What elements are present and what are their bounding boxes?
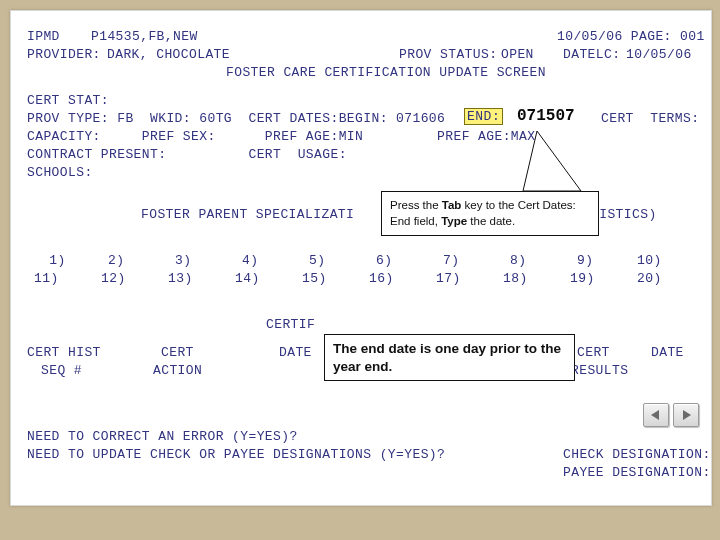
cert-terms: CERT TERMS: [601,111,699,126]
opt-16: 16) [369,271,394,286]
opt-19: 19) [570,271,595,286]
contract-line: CONTRACT PRESENT: CERT USAGE: [27,147,347,162]
h-date: DATE [279,345,312,360]
opt-11: 11) [34,271,59,286]
q-update-check: NEED TO UPDATE CHECK OR PAYEE DESIGNATIO… [27,447,445,462]
end-label-highlight: END: [464,108,503,125]
cert-stat: CERT STAT: [27,93,109,108]
opt-15: 15) [302,271,327,286]
slide-stage: IPMD P14535,FB,NEW 10/05/06 PAGE: 001 PR… [0,0,720,540]
check-desig: CHECK DESIGNATION: [563,447,711,462]
callout-text3: the date. [467,215,515,227]
program-code: IPMD [27,29,60,44]
opt-4: 4) [242,253,258,268]
h-action: ACTION [153,363,202,378]
opt-6: 6) [376,253,392,268]
h-results: RESULTS [571,363,628,378]
terminal-panel: IPMD P14535,FB,NEW 10/05/06 PAGE: 001 PR… [10,10,712,506]
screen-title: FOSTER CARE CERTIFICATION UPDATE SCREEN [226,65,546,80]
svg-marker-1 [651,410,659,420]
opt-10: 10) [637,253,662,268]
datelc-value: 10/05/06 [626,47,692,62]
opt-3: 3) [175,253,191,268]
provider-value: DARK, CHOCOLATE [107,47,230,62]
h-date2: DATE [651,345,684,360]
opt-5: 5) [309,253,325,268]
datelc-label: DATELC: [563,47,620,62]
q-correct-error: NEED TO CORRECT AN ERROR (Y=YES)? [27,429,298,444]
opt-13: 13) [168,271,193,286]
spec-title: FOSTER PARENT SPECIALIZATI [141,207,354,222]
h-cert: CERT [161,345,194,360]
h-seq: SEQ # [41,363,82,378]
program-params: P14535,FB,NEW [91,29,198,44]
h-cert-hist: CERT HIST [27,345,101,360]
opt-8: 8) [510,253,526,268]
opt-20: 20) [637,271,662,286]
provider-label: PROVIDER: [27,47,101,62]
payee-desig: PAYEE DESIGNATION: [563,465,711,480]
spec-tail: RISTICS) [591,207,657,222]
opt-18: 18) [503,271,528,286]
opt-7: 7) [443,253,459,268]
opt-9: 9) [577,253,593,268]
opt-1: 1) [41,253,74,268]
prov-type-line: PROV TYPE: FB WKID: 60TG CERT DATES:BEGI… [27,111,445,126]
cert-end-date[interactable]: 071507 [517,107,575,125]
svg-marker-2 [683,410,691,420]
opt-2: 2) [108,253,124,268]
triangle-left-icon [650,409,662,421]
callout-tab: Tab [442,199,462,211]
callout-type: Type [441,215,467,227]
section-cert: CERTIF [266,317,315,332]
instruction-callout: Press the Tab key to the Cert Dates: End… [381,191,599,236]
schools-line: SCHOOLS: [27,165,93,180]
next-button[interactable] [673,403,699,427]
capacity-line: CAPACITY: PREF SEX: PREF AGE:MIN PREF AG… [27,129,535,144]
opt-14: 14) [235,271,260,286]
prev-button[interactable] [643,403,669,427]
date-page: 10/05/06 PAGE: 001 [557,29,705,44]
note-callout: The end date is one day prior to the yea… [324,334,575,381]
h-cert2: CERT [577,345,610,360]
triangle-right-icon [680,409,692,421]
opt-17: 17) [436,271,461,286]
prov-status-value: OPEN [501,47,534,62]
prov-status-label: PROV STATUS: [399,47,497,62]
opt-12: 12) [101,271,126,286]
callout-text: Press the [390,199,442,211]
